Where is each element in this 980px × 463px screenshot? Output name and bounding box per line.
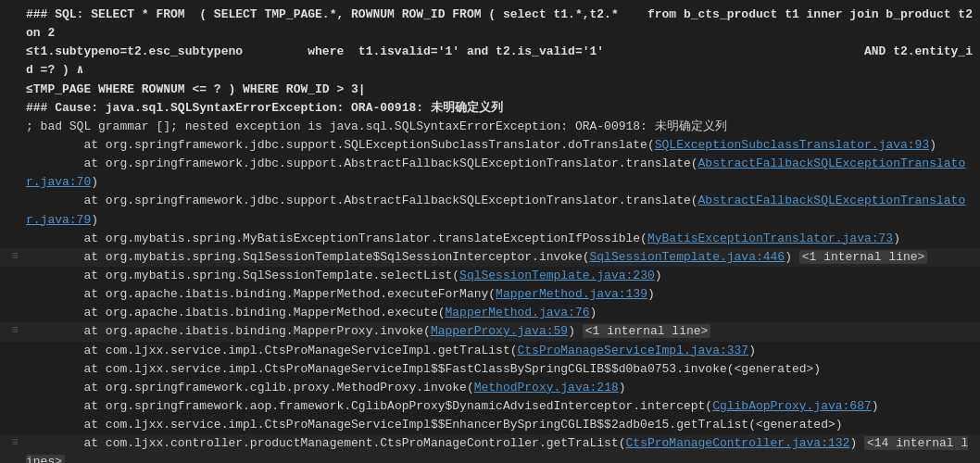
log-line: ≡ at com.ljxx.controller.productManageme… (0, 434, 980, 463)
stack-link[interactable]: MapperProxy.java:59 (431, 324, 568, 338)
line-content: at org.mybatis.spring.MyBatisExceptionTr… (26, 230, 973, 248)
stack-link[interactable]: AbstractFallbackSQLExceptionTranslator.j… (26, 194, 965, 226)
line-content: at org.apache.ibatis.binding.MapperMetho… (26, 285, 973, 304)
log-line: at org.springframework.cglib.proxy.Metho… (0, 379, 980, 397)
line-content: ### SQL: SELECT * FROM ( SELECT TMP_PAGE… (26, 6, 973, 43)
log-line: at org.apache.ibatis.binding.MapperMetho… (0, 304, 980, 322)
log-line: at com.ljxx.service.impl.CtsProManageSer… (0, 342, 980, 360)
line-content: ### Cause: java.sql.SQLSyntaxErrorExcept… (26, 99, 973, 118)
line-content: at org.apache.ibatis.binding.MapperMetho… (26, 304, 973, 322)
stack-link[interactable]: CglibAopProxy.java:687 (712, 399, 872, 413)
log-line: ≡ at org.mybatis.spring.SqlSessionTempla… (0, 248, 980, 267)
stack-link[interactable]: MethodProxy.java:218 (474, 381, 619, 394)
stack-link[interactable]: CtsProManageController.java:132 (626, 436, 850, 450)
stack-link[interactable]: MapperMethod.java:76 (446, 306, 590, 319)
line-gutter: ≡ (7, 248, 22, 266)
log-line: at org.springframework.jdbc.support.Abst… (0, 192, 980, 229)
line-content: at org.mybatis.spring.SqlSessionTemplate… (26, 248, 973, 267)
log-line: ≡ at org.apache.ibatis.binding.MapperPro… (0, 322, 980, 341)
log-line: at org.springframework.jdbc.support.Abst… (0, 155, 980, 192)
line-content: ≤t1.subtypeno=t2.esc_subtypeno where t1.… (26, 43, 973, 80)
internal-badge: <1 internal line> (583, 324, 711, 338)
line-gutter: ≡ (7, 434, 22, 452)
stack-link[interactable]: CtsProManageServiceImpl.java:337 (518, 344, 749, 357)
stack-link[interactable]: SqlSessionTemplate.java:230 (459, 269, 655, 282)
line-content: at org.springframework.jdbc.support.SQLE… (26, 136, 973, 155)
line-gutter: ≡ (7, 322, 22, 340)
line-content: at org.springframework.aop.framework.Cgl… (26, 397, 973, 416)
line-content: at org.springframework.jdbc.support.Abst… (26, 192, 973, 229)
line-content: at org.springframework.jdbc.support.Abst… (26, 155, 973, 192)
log-line: ### Cause: java.sql.SQLSyntaxErrorExcept… (0, 99, 980, 118)
line-content: at com.ljxx.service.impl.CtsProManageSer… (26, 360, 973, 379)
log-line: ≤t1.subtypeno=t2.esc_subtypeno where t1.… (0, 43, 980, 80)
log-line: at org.springframework.aop.framework.Cgl… (0, 397, 980, 416)
log-container: ### SQL: SELECT * FROM ( SELECT TMP_PAGE… (0, 0, 980, 463)
line-content: ≤TMP_PAGE WHERE ROWNUM <= ? ) WHERE ROW_… (26, 81, 973, 99)
line-content: at org.springframework.cglib.proxy.Metho… (26, 379, 973, 397)
log-line: ; bad SQL grammar []; nested exception i… (0, 118, 980, 136)
stack-link[interactable]: SQLExceptionSubclassTranslator.java:93 (655, 138, 929, 152)
stack-link[interactable]: AbstractFallbackSQLExceptionTranslator.j… (26, 156, 965, 189)
line-content: at org.apache.ibatis.binding.MapperProxy… (26, 322, 973, 341)
internal-badge: <1 internal line> (799, 250, 928, 264)
stack-link[interactable]: MapperMethod.java:139 (496, 287, 647, 301)
log-line: at org.springframework.jdbc.support.SQLE… (0, 136, 980, 155)
log-line: ### SQL: SELECT * FROM ( SELECT TMP_PAGE… (0, 6, 980, 43)
log-line: at com.ljxx.service.impl.CtsProManageSer… (0, 360, 980, 379)
log-line: ≤TMP_PAGE WHERE ROWNUM <= ? ) WHERE ROW_… (0, 81, 980, 99)
line-content: at com.ljxx.controller.productManagement… (26, 434, 973, 463)
log-line: at com.ljxx.service.impl.CtsProManageSer… (0, 416, 980, 434)
log-line: at org.mybatis.spring.SqlSessionTemplate… (0, 267, 980, 285)
log-line: at org.mybatis.spring.MyBatisExceptionTr… (0, 230, 980, 248)
line-content: ; bad SQL grammar []; nested exception i… (26, 118, 973, 136)
log-line: at org.apache.ibatis.binding.MapperMetho… (0, 285, 980, 304)
line-content: at com.ljxx.service.impl.CtsProManageSer… (26, 416, 973, 434)
stack-link[interactable]: MyBatisExceptionTranslator.java:73 (647, 232, 893, 245)
line-content: at org.mybatis.spring.SqlSessionTemplate… (26, 267, 973, 285)
line-content: at com.ljxx.service.impl.CtsProManageSer… (26, 342, 973, 360)
stack-link[interactable]: SqlSessionTemplate.java:446 (590, 250, 785, 264)
